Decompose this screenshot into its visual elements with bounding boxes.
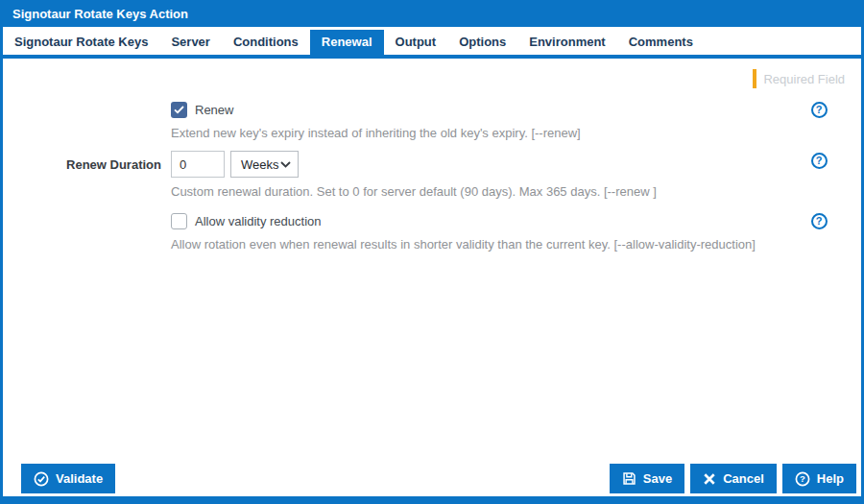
tab-renewal[interactable]: Renewal <box>310 30 384 55</box>
allow-validity-reduction-checkbox[interactable] <box>171 213 187 229</box>
validate-button[interactable]: Validate <box>21 464 115 493</box>
svg-text:?: ? <box>800 473 805 484</box>
chevron-down-icon <box>280 161 291 168</box>
save-floppy-icon <box>622 471 636 486</box>
renew-label-spacer <box>3 100 171 140</box>
footer-bar: Validate Save Cancel ? <box>3 464 861 496</box>
tab-server[interactable]: Server <box>159 30 221 55</box>
field-row-renew-duration: Renew Duration Weeks Custom renewal dura… <box>3 151 861 199</box>
allow-validity-reduction-description: Allow rotation even when renewal results… <box>171 237 790 252</box>
tab-conditions[interactable]: Conditions <box>222 30 310 55</box>
renew-duration-help-icon[interactable]: ? <box>811 153 828 169</box>
required-field-bar <box>753 69 756 88</box>
tab-panel-renewal: Required Field Renew Extend new key's ex… <box>3 59 861 464</box>
help-button-label: Help <box>817 471 844 486</box>
validate-button-label: Validate <box>56 471 103 486</box>
field-row-allow-validity-reduction: Allow validity reduction Allow rotation … <box>3 211 861 252</box>
required-field-legend: Required Field <box>3 68 845 89</box>
renew-checkbox[interactable] <box>171 102 187 118</box>
dialog-window: Signotaur Rotate Keys Action Signotaur R… <box>0 0 864 504</box>
tab-comments[interactable]: Comments <box>617 30 705 55</box>
renew-duration-unit-select[interactable]: Weeks <box>230 151 299 178</box>
tab-strip: Signotaur Rotate Keys Server Conditions … <box>3 27 861 59</box>
title-bar: Signotaur Rotate Keys Action <box>3 0 861 27</box>
save-button[interactable]: Save <box>610 464 684 493</box>
renew-description: Extend new key's expiry instead of inher… <box>171 126 790 140</box>
allow-validity-reduction-help-icon[interactable]: ? <box>811 213 828 229</box>
field-row-renew: Renew Extend new key's expiry instead of… <box>3 100 861 140</box>
renew-duration-description: Custom renewal duration. Set to 0 for se… <box>171 184 790 199</box>
tab-environment[interactable]: Environment <box>517 30 616 55</box>
renew-duration-unit-value: Weeks <box>241 157 279 172</box>
window-title: Signotaur Rotate Keys Action <box>12 7 188 21</box>
cancel-button[interactable]: Cancel <box>690 464 777 493</box>
save-button-label: Save <box>643 471 672 486</box>
tab-options[interactable]: Options <box>447 30 517 55</box>
allow-validity-checkline: Allow validity reduction <box>171 211 790 230</box>
tab-output[interactable]: Output <box>384 30 448 55</box>
renew-help-icon[interactable]: ? <box>811 102 828 118</box>
check-icon <box>174 106 184 114</box>
cancel-x-icon <box>703 472 716 486</box>
required-field-label: Required Field <box>763 72 845 86</box>
renew-checkline: Renew <box>171 100 790 119</box>
validate-check-circle-icon <box>34 471 49 487</box>
help-question-circle-icon: ? <box>795 471 810 487</box>
renew-duration-label: Renew Duration <box>3 151 171 199</box>
allow-validity-label-spacer <box>3 211 171 252</box>
tab-signotaur-rotate-keys[interactable]: Signotaur Rotate Keys <box>3 30 159 55</box>
renew-checkbox-label[interactable]: Renew <box>195 103 233 117</box>
renew-duration-input[interactable] <box>171 151 225 178</box>
cancel-button-label: Cancel <box>723 471 764 486</box>
help-button[interactable]: ? Help <box>782 464 856 493</box>
allow-validity-reduction-label[interactable]: Allow validity reduction <box>195 214 322 228</box>
